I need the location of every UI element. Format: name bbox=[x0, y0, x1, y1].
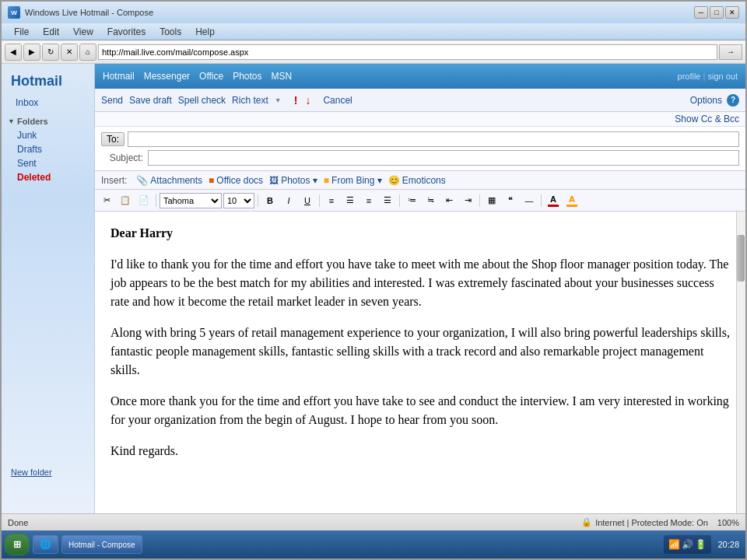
nav-office[interactable]: Office bbox=[199, 71, 223, 82]
align-center-button[interactable]: ☰ bbox=[342, 193, 359, 208]
bing-icon: ■ bbox=[324, 175, 329, 186]
table-button[interactable]: ▦ bbox=[483, 193, 500, 208]
insert-label: Insert: bbox=[101, 175, 127, 186]
close-button[interactable]: ✕ bbox=[725, 6, 739, 19]
status-bar: Done 🔒 Internet | Protected Mode: On 100… bbox=[2, 513, 745, 530]
to-input[interactable] bbox=[128, 131, 739, 147]
menu-view[interactable]: View bbox=[67, 25, 100, 39]
align-justify-button[interactable]: ☰ bbox=[379, 193, 396, 208]
italic-button[interactable]: I bbox=[280, 193, 297, 208]
numbering-button[interactable]: ≒ bbox=[422, 193, 439, 208]
copy-button[interactable]: 📋 bbox=[117, 193, 134, 208]
priority-high-icon[interactable]: ! bbox=[294, 94, 298, 107]
sidebar: Hotmail Inbox ▼ Folders Junk Drafts Sent… bbox=[2, 64, 95, 513]
toolbar-divider1 bbox=[156, 194, 156, 207]
minimize-button[interactable]: ─ bbox=[694, 6, 708, 19]
show-cc-bcc-link[interactable]: Show Cc & Bcc bbox=[675, 114, 739, 124]
taskbar-ie-item[interactable]: 🌐 bbox=[33, 535, 58, 554]
forward-button[interactable]: ▶ bbox=[23, 44, 40, 61]
help-icon[interactable]: ? bbox=[727, 94, 739, 107]
hr-button[interactable]: — bbox=[521, 193, 538, 208]
rich-text-button[interactable]: Rich text bbox=[232, 95, 268, 106]
dropdown-arrow[interactable]: ▼ bbox=[275, 96, 282, 104]
underline-button[interactable]: U bbox=[299, 193, 316, 208]
system-tray: 📶 🔊 🔋 bbox=[664, 535, 711, 554]
new-folder-link[interactable]: New folder bbox=[11, 467, 52, 477]
sidebar-item-deleted[interactable]: Deleted bbox=[2, 170, 94, 184]
maximize-button[interactable]: □ bbox=[710, 6, 724, 19]
toolbar-right: Options ? bbox=[690, 94, 739, 107]
nav-photos[interactable]: Photos bbox=[233, 71, 261, 82]
emoticon-icon: 😊 bbox=[388, 175, 400, 186]
font-color-button[interactable]: A bbox=[545, 193, 562, 208]
to-button[interactable]: To: bbox=[101, 132, 128, 146]
stop-button[interactable]: ✕ bbox=[61, 44, 78, 61]
compose-fields: To: Subject: bbox=[95, 127, 745, 171]
hotmail-header: Hotmail Messenger Office Photos MSN prof… bbox=[95, 64, 745, 89]
insert-bar: Insert: 📎 Attachments ■ Office docs 🖼 Ph… bbox=[95, 171, 745, 190]
profile-link[interactable]: profile bbox=[678, 72, 701, 81]
back-button[interactable]: ◀ bbox=[5, 44, 22, 61]
emoticons-label: Emoticons bbox=[402, 175, 446, 186]
insert-emoticons[interactable]: 😊 Emoticons bbox=[388, 175, 446, 186]
menu-file[interactable]: File bbox=[8, 25, 35, 39]
scrollbar-track[interactable] bbox=[736, 212, 745, 513]
scrollbar-thumb[interactable] bbox=[737, 235, 745, 282]
home-button[interactable]: ⌂ bbox=[79, 44, 96, 61]
bold-button[interactable]: B bbox=[261, 193, 279, 208]
sidebar-item-inbox[interactable]: Inbox bbox=[2, 96, 94, 110]
sign-out-link[interactable]: sign out bbox=[707, 72, 738, 81]
toolbar-divider6 bbox=[541, 194, 542, 207]
subject-input[interactable] bbox=[148, 150, 739, 166]
sidebar-item-drafts[interactable]: Drafts bbox=[2, 142, 94, 156]
sidebar-item-sent[interactable]: Sent bbox=[2, 156, 94, 170]
insert-from-bing[interactable]: ■ From Bing ▾ bbox=[324, 175, 382, 186]
toolbar-divider2 bbox=[258, 194, 258, 207]
toolbar-divider4 bbox=[399, 194, 400, 207]
address-bar[interactable] bbox=[98, 44, 717, 60]
insert-attachments[interactable]: 📎 Attachments bbox=[136, 175, 202, 186]
clock: 20:28 bbox=[714, 540, 742, 549]
nav-messenger[interactable]: Messenger bbox=[144, 71, 190, 82]
cut-button[interactable]: ✂ bbox=[98, 193, 115, 208]
insert-photos[interactable]: 🖼 Photos ▾ bbox=[269, 175, 317, 186]
save-draft-button[interactable]: Save draft bbox=[129, 95, 172, 106]
to-field-row: To: bbox=[101, 130, 739, 149]
indent-button[interactable]: ⇥ bbox=[459, 193, 476, 208]
options-button[interactable]: Options bbox=[690, 95, 722, 106]
menu-favorites[interactable]: Favorites bbox=[101, 25, 152, 39]
content-area: Hotmail Messenger Office Photos MSN prof… bbox=[95, 64, 745, 513]
spell-check-button[interactable]: Spell check bbox=[178, 95, 226, 106]
highlight-letter: A bbox=[569, 194, 575, 204]
zoom-level: 100% bbox=[717, 518, 739, 527]
sidebar-item-junk[interactable]: Junk bbox=[2, 128, 94, 142]
go-button[interactable]: → bbox=[719, 44, 742, 60]
bullets-button[interactable]: ≔ bbox=[403, 193, 420, 208]
compose-toolbar-left: Send Save draft Spell check Rich text ▼ … bbox=[101, 94, 352, 107]
nav-msn[interactable]: MSN bbox=[272, 71, 293, 82]
blockquote-button[interactable]: ❝ bbox=[502, 193, 519, 208]
nav-hotmail[interactable]: Hotmail bbox=[103, 71, 135, 82]
highlight-color-button[interactable]: A bbox=[563, 193, 580, 208]
triangle-icon: ▼ bbox=[8, 117, 15, 125]
menu-edit[interactable]: Edit bbox=[37, 25, 65, 39]
outdent-button[interactable]: ⇤ bbox=[440, 193, 458, 208]
font-size-select[interactable]: 10 12 14 16 bbox=[223, 193, 254, 208]
send-button[interactable]: Send bbox=[101, 95, 123, 106]
menu-tools[interactable]: Tools bbox=[153, 25, 188, 39]
start-button[interactable]: ⊞ bbox=[5, 534, 30, 555]
align-right-button[interactable]: ≡ bbox=[360, 193, 377, 208]
subject-label: Subject: bbox=[101, 152, 148, 163]
priority-low-icon[interactable]: ↓ bbox=[305, 94, 310, 107]
menu-help[interactable]: Help bbox=[189, 25, 221, 39]
cancel-button[interactable]: Cancel bbox=[323, 95, 352, 106]
refresh-button[interactable]: ↻ bbox=[42, 44, 59, 61]
email-body[interactable]: Dear Harry I'd like to thank you for the… bbox=[95, 212, 745, 513]
attachments-label: Attachments bbox=[150, 175, 202, 186]
insert-office-docs[interactable]: ■ Office docs bbox=[209, 175, 263, 186]
battery-icon: 🔋 bbox=[695, 539, 707, 550]
paste-button[interactable]: 📄 bbox=[135, 193, 153, 208]
align-left-button[interactable]: ≡ bbox=[323, 193, 340, 208]
font-select[interactable]: Tahoma Arial Times New Roman bbox=[160, 193, 222, 208]
taskbar-hotmail-item[interactable]: Hotmail - Compose bbox=[61, 535, 142, 554]
